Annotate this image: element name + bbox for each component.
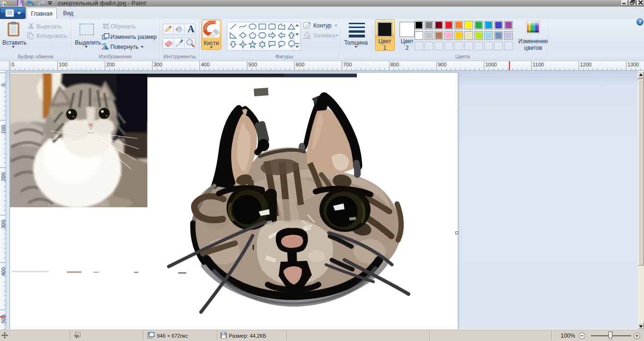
svg-text:?: ? [638,19,641,25]
